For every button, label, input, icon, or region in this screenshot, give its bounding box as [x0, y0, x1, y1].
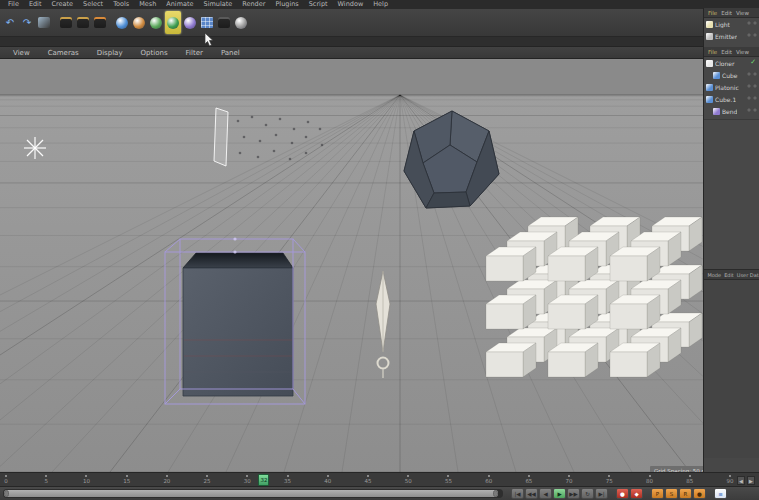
vp-menu-filter[interactable]: Filter — [177, 49, 212, 57]
range-grip-end[interactable] — [493, 490, 498, 497]
visibility-dot-editor[interactable] — [747, 96, 751, 100]
add-spline-icon[interactable] — [131, 11, 147, 34]
goto-end-button[interactable]: ▶| — [595, 488, 608, 499]
om-top-menu-file[interactable]: File — [706, 10, 719, 16]
visibility-dots[interactable] — [747, 33, 757, 37]
cloner-cube[interactable] — [548, 343, 598, 377]
vp-menu-cameras[interactable]: Cameras — [39, 49, 88, 57]
add-primitive-icon[interactable] — [114, 11, 130, 34]
visibility-dots[interactable] — [747, 96, 757, 100]
key-position-button[interactable]: P — [651, 488, 664, 499]
menu-window[interactable]: Window — [333, 0, 369, 9]
om-menu-file[interactable]: File — [706, 49, 719, 55]
visibility-dot-editor[interactable] — [747, 21, 751, 25]
visibility-dots[interactable] — [747, 72, 757, 76]
menu-tools[interactable]: Tools — [108, 0, 134, 9]
object-row-platonic[interactable]: Platonic — [704, 81, 759, 93]
redo-icon[interactable]: ↷ — [19, 11, 35, 34]
object-row-cube-1[interactable]: Cube.1 — [704, 93, 759, 105]
preview-range-slider[interactable] — [4, 490, 498, 497]
menu-animate[interactable]: Animate — [161, 0, 198, 9]
prev-frame-button[interactable]: ◀ — [539, 488, 552, 499]
vp-menu-panel[interactable]: Panel — [212, 49, 249, 57]
prev-key-button[interactable]: ◀◀ — [525, 488, 538, 499]
cloner-cube[interactable] — [486, 247, 536, 281]
timeline-ruler[interactable]: 32 ◀ ▶ 051015202530354045505560657075808… — [0, 472, 759, 487]
key-scale-button[interactable]: S — [665, 488, 678, 499]
visibility-dot-editor[interactable] — [747, 72, 751, 76]
timeline-playhead[interactable]: 32 — [258, 474, 269, 486]
visibility-dot-editor[interactable] — [747, 33, 751, 37]
menu-render[interactable]: Render — [237, 0, 270, 9]
autokey-button[interactable]: ◆ — [630, 488, 643, 499]
menu-plugins[interactable]: Plugins — [270, 0, 303, 9]
cloner-cube[interactable] — [486, 343, 536, 377]
render-settings-icon[interactable] — [92, 11, 108, 34]
vp-menu-options[interactable]: Options — [132, 49, 177, 57]
viewport-perspective[interactable] — [0, 59, 703, 472]
menu-script[interactable]: Script — [304, 0, 333, 9]
visibility-dot-render[interactable] — [753, 96, 757, 100]
attr-menu-edit[interactable]: Edit — [723, 272, 736, 278]
menu-create[interactable]: Create — [46, 0, 78, 9]
enabled-check-icon[interactable]: ✓ — [750, 58, 756, 66]
visibility-dots[interactable] — [747, 21, 757, 25]
next-frame-button[interactable]: ▶▶ — [567, 488, 580, 499]
visibility-dot-render[interactable] — [753, 72, 757, 76]
menu-mesh[interactable]: Mesh — [134, 0, 161, 9]
key-rotation-button[interactable]: R — [679, 488, 692, 499]
attr-menu-mode[interactable]: Mode — [706, 272, 723, 278]
play-button[interactable]: ▶ — [553, 488, 566, 499]
add-generator-icon[interactable] — [148, 11, 164, 34]
visibility-dots[interactable] — [747, 108, 757, 112]
record-keyframe-button[interactable]: ● — [616, 488, 629, 499]
preview-range-track[interactable] — [3, 489, 503, 498]
cloner-cube[interactable] — [610, 343, 660, 377]
vp-menu-view[interactable]: View — [4, 49, 39, 57]
loop-button[interactable]: ↻ — [581, 488, 594, 499]
render-region-icon[interactable] — [75, 11, 91, 34]
light-object[interactable] — [24, 137, 46, 159]
object-row-light[interactable]: Light — [704, 18, 759, 30]
object-row-bend[interactable]: Bend — [704, 105, 759, 117]
om-top-menu-edit[interactable]: Edit — [719, 10, 734, 16]
cloner-cube[interactable] — [548, 295, 598, 329]
attribute-manager-empty-area[interactable] — [704, 280, 759, 458]
menu-edit[interactable]: Edit — [24, 0, 47, 9]
cloner-grid[interactable] — [486, 217, 702, 377]
key-parameter-button[interactable]: ● — [693, 488, 706, 499]
object-manager-empty-area[interactable] — [704, 119, 759, 269]
object-row-emitter[interactable]: Emitter — [704, 30, 759, 42]
om-top-menu-view[interactable]: View — [734, 10, 751, 16]
viewport-canvas[interactable] — [0, 59, 703, 472]
visibility-dot-editor[interactable] — [747, 84, 751, 88]
om-menu-edit[interactable]: Edit — [719, 49, 734, 55]
vp-menu-display[interactable]: Display — [88, 49, 132, 57]
object-row-cube[interactable]: Cube — [704, 69, 759, 81]
cloner-cube[interactable] — [610, 295, 660, 329]
goto-start-button[interactable]: |◀ — [511, 488, 524, 499]
undo-icon[interactable]: ↶ — [2, 11, 18, 34]
visibility-dot-render[interactable] — [753, 21, 757, 25]
visibility-dot-render[interactable] — [753, 108, 757, 112]
visibility-dot-render[interactable] — [753, 84, 757, 88]
attr-menu-user-data[interactable]: User Data — [735, 272, 759, 278]
selection-tool-icon[interactable] — [36, 11, 52, 34]
cloner-cube[interactable] — [610, 247, 660, 281]
menu-help[interactable]: Help — [368, 0, 393, 9]
cube-object[interactable] — [183, 253, 293, 396]
cloner-cube[interactable] — [486, 295, 536, 329]
add-deformer-icon[interactable] — [182, 11, 198, 34]
menu-select[interactable]: Select — [78, 0, 108, 9]
playback-options-button[interactable]: ≡ — [714, 488, 727, 499]
visibility-dot-editor[interactable] — [747, 108, 751, 112]
menu-simulate[interactable]: Simulate — [199, 0, 238, 9]
range-grip-start[interactable] — [4, 490, 9, 497]
visibility-dot-render[interactable] — [753, 33, 757, 37]
add-camera-icon[interactable] — [216, 11, 232, 34]
render-view-icon[interactable] — [58, 11, 74, 34]
add-material-icon[interactable] — [233, 11, 249, 34]
object-row-cloner[interactable]: Cloner✓ — [704, 57, 759, 69]
om-menu-view[interactable]: View — [734, 49, 751, 55]
add-mograph-icon[interactable] — [199, 11, 215, 34]
